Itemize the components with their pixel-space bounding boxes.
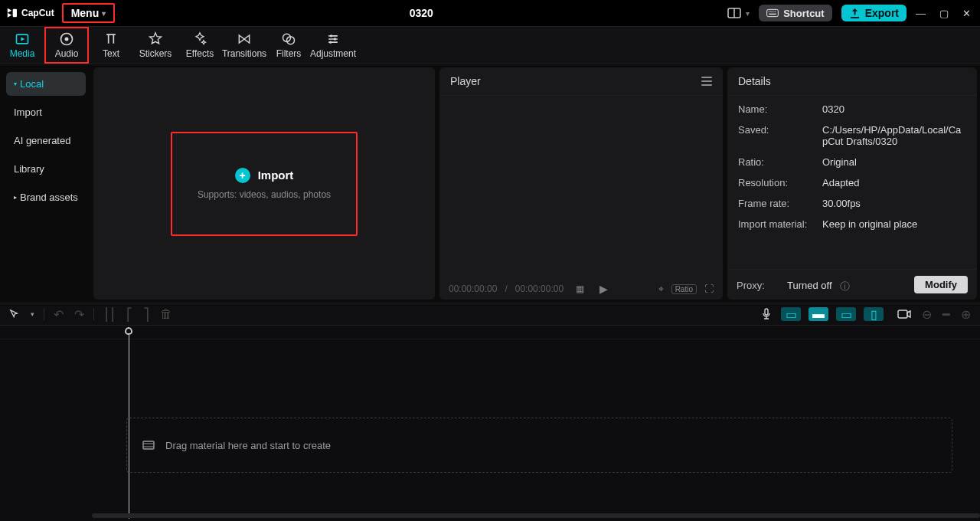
player-menu-icon[interactable] — [701, 77, 712, 86]
modify-button[interactable]: Modify — [914, 276, 968, 293]
tab-text[interactable]: Text — [89, 27, 133, 64]
mic-button[interactable] — [760, 306, 773, 322]
tab-adjustment[interactable]: Adjustment — [311, 27, 355, 64]
detail-row-resolution: Resolution:Adapted — [738, 177, 966, 188]
svg-point-15 — [334, 38, 336, 40]
redo-button[interactable]: ↷ — [73, 306, 86, 323]
svg-rect-18 — [898, 310, 907, 318]
details-panel: Details Name:0320 Saved:C:/Users/HP/AppD… — [727, 67, 977, 300]
tab-effects[interactable]: Effects — [178, 27, 222, 64]
detail-row-name: Name:0320 — [738, 103, 966, 115]
audio-icon — [59, 31, 74, 47]
detail-row-proxy: Proxy: Turned off ⓘ — [737, 280, 850, 293]
maximize-button[interactable]: ▢ — [939, 8, 949, 19]
effects-icon — [192, 31, 207, 47]
svg-rect-19 — [143, 441, 154, 449]
svg-point-6 — [771, 11, 772, 11]
stickers-icon — [148, 31, 163, 47]
close-button[interactable]: ✕ — [962, 8, 971, 19]
snap-mode-3[interactable]: ▭ — [836, 307, 856, 321]
app-name: CapCut — [21, 8, 54, 18]
adjustment-icon — [325, 31, 341, 47]
play-button[interactable]: ▶ — [599, 283, 608, 295]
timeline[interactable]: Drag material here and start to create — [0, 326, 980, 521]
sidebar-item-ai-generated[interactable]: AI generated — [6, 129, 86, 152]
fullscreen-icon[interactable]: ⛶ — [704, 283, 714, 294]
sidebar-item-local[interactable]: ▾Local — [6, 72, 86, 96]
player-viewport — [439, 96, 723, 278]
menu-button[interactable]: Menu ▾ — [62, 3, 116, 23]
filters-icon — [281, 31, 296, 47]
capcut-logo-icon — [6, 7, 18, 19]
tab-media[interactable]: Media — [0, 27, 44, 64]
transitions-icon — [237, 31, 252, 47]
svg-point-5 — [769, 11, 769, 11]
sidebar-item-library[interactable]: Library — [6, 157, 86, 181]
snap-mode-4[interactable]: ▯ — [864, 307, 884, 321]
delete-tool[interactable]: 🗑 — [158, 306, 174, 323]
svg-point-7 — [773, 11, 773, 11]
text-icon — [103, 31, 119, 47]
export-button[interactable]: Export — [841, 5, 906, 21]
aspect-icon — [727, 8, 741, 18]
zoom-in-button[interactable]: ⊕ — [959, 306, 972, 323]
chevron-down-icon: ▾ — [102, 9, 106, 18]
sidebar-item-import[interactable]: Import — [6, 100, 86, 124]
tool-tabs: Media Audio Text Stickers Effects Transi… — [0, 26, 980, 64]
timeline-ruler[interactable] — [0, 326, 980, 339]
keyboard-icon — [766, 7, 779, 19]
project-title: 0320 — [115, 7, 727, 19]
player-panel: Player 00:00:00:00 / 00:00:00:00 ▦ ▶ ⌖ R… — [439, 67, 723, 300]
detail-row-ratio: Ratio:Original — [738, 156, 966, 168]
playhead-handle-icon — [125, 327, 132, 335]
tab-stickers[interactable]: Stickers — [133, 27, 178, 64]
shortcut-button[interactable]: Shortcut — [759, 5, 831, 21]
svg-rect-0 — [13, 9, 17, 18]
undo-button[interactable]: ↶ — [52, 306, 65, 323]
zoom-out-button[interactable]: ⊖ — [920, 306, 933, 323]
app-logo: CapCut — [0, 7, 60, 19]
detail-row-framerate: Frame rate:30.00fps — [738, 198, 966, 209]
player-time-total: 00:00:00:00 — [515, 283, 564, 294]
zoom-slider[interactable]: ━ — [941, 306, 952, 323]
svg-point-8 — [775, 11, 776, 11]
chevron-down-icon: ▾ — [14, 80, 17, 87]
trim-right-tool[interactable]: ⎤ — [142, 306, 151, 323]
svg-point-14 — [330, 34, 332, 37]
chevron-down-icon: ▾ — [746, 9, 750, 18]
split-tool[interactable]: ⎮⎮ — [102, 306, 117, 323]
minimize-button[interactable]: — — [916, 8, 926, 19]
svg-rect-4 — [769, 14, 776, 15]
timeline-scrollbar[interactable] — [92, 513, 980, 518]
snap-mode-1[interactable]: ▭ — [781, 307, 801, 321]
sidebar-item-brand-assets[interactable]: ▸Brand assets — [6, 185, 86, 209]
pointer-dropdown[interactable]: ▾ — [29, 309, 36, 319]
detail-row-import-material: Import material:Keep in original place — [738, 218, 966, 230]
export-icon — [849, 8, 861, 19]
import-title: Import — [258, 169, 294, 182]
chevron-right-icon: ▸ — [14, 194, 17, 201]
media-panel: + Import Supports: videos, audios, photo… — [93, 67, 435, 300]
tab-filters[interactable]: Filters — [266, 27, 311, 64]
aspect-ratio-button[interactable]: ▾ — [727, 8, 750, 18]
timeline-drop-hint: Drag material here and start to create — [165, 440, 331, 451]
import-dropzone[interactable]: + Import Supports: videos, audios, photo… — [171, 132, 358, 236]
pointer-tool[interactable] — [8, 307, 21, 321]
player-time-current: 00:00:00:00 — [449, 283, 497, 294]
detail-row-saved: Saved:C:/Users/HP/AppData/Local/CapCut D… — [738, 124, 966, 147]
snap-mode-2[interactable]: ▬ — [808, 307, 828, 321]
player-title: Player — [450, 75, 481, 87]
grid-icon[interactable]: ▦ — [576, 283, 584, 294]
ratio-pill[interactable]: Ratio — [671, 284, 697, 294]
marker-button[interactable] — [896, 307, 913, 321]
info-icon[interactable]: ⓘ — [840, 280, 850, 293]
trim-left-tool[interactable]: ⎡ — [125, 306, 134, 323]
timeline-dropzone[interactable]: Drag material here and start to create — [126, 418, 952, 473]
timeline-toolbar: ▾ ↶ ↷ ⎮⎮ ⎡ ⎤ 🗑 ▭ ▬ ▭ ▯ ⊖ ━ ⊕ — [0, 303, 980, 326]
tab-transitions[interactable]: Transitions — [222, 27, 266, 64]
media-sidebar: ▾Local Import AI generated Library ▸Bran… — [3, 67, 89, 300]
import-subtitle: Supports: videos, audios, photos — [198, 189, 331, 200]
focus-icon[interactable]: ⌖ — [658, 283, 664, 294]
tab-audio[interactable]: Audio — [44, 27, 89, 64]
plus-icon: + — [235, 168, 250, 183]
